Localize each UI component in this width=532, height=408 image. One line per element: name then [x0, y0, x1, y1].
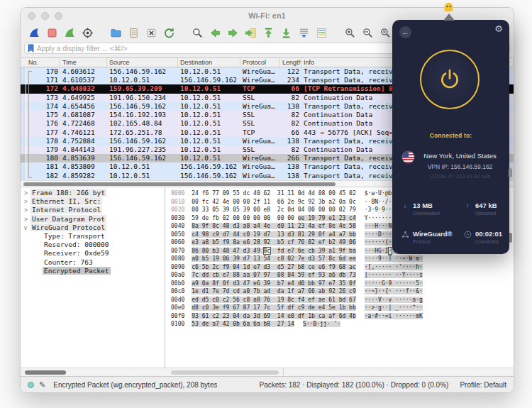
- stat-value: 00:02:01: [475, 230, 502, 238]
- tree-row[interactable]: >User Datagram Prot: [21, 215, 165, 224]
- packet-detail-tree: >Frame 180: 266 byt>Ethernet II, Src:>In…: [21, 187, 165, 368]
- go-to-packet-icon: [245, 27, 257, 39]
- minimap-segment: [21, 84, 26, 93]
- cell-proto: SSL: [240, 111, 280, 119]
- cell-proto: WireGua…: [240, 162, 280, 171]
- zoom-out-icon: [362, 27, 374, 39]
- hex-row-00c0[interactable]: 00c01e d1 7e 7d cd a0 7b ad da 1f a7 66 …: [165, 287, 514, 296]
- tree-row[interactable]: >Frame 180: 266 byt: [21, 189, 165, 197]
- reload-file-button[interactable]: [161, 26, 177, 40]
- auto-scroll-button[interactable]: [296, 26, 311, 40]
- pane-hscrollbar[interactable]: [21, 368, 514, 376]
- tree-row[interactable]: vWireGuard Protocol: [21, 224, 165, 232]
- find-packet-button[interactable]: [189, 26, 205, 40]
- zoom-reset-button[interactable]: [377, 26, 393, 40]
- restart-capture-button[interactable]: [62, 26, 77, 40]
- connection-stats: ↓13 MBDownloaded↑647 kBUploadedWireGuard…: [401, 202, 506, 244]
- cell-dst: 10.12.0.51: [178, 84, 240, 93]
- tree-row-selected[interactable]: Encrypted Packet: [21, 267, 165, 275]
- cell-src: 156.146.59.162: [107, 137, 178, 145]
- expert-info-icon[interactable]: [28, 382, 34, 388]
- cell-dst: 156.146.59.162: [178, 76, 240, 84]
- hex-row-0100[interactable]: 010053 de a7 42 0b 6a 6a b8 27 14S··B·jj…: [165, 320, 514, 329]
- colorize-button[interactable]: [314, 26, 329, 40]
- go-to-packet-button[interactable]: [243, 26, 258, 40]
- expand-arrow-icon[interactable]: >: [24, 215, 31, 224]
- tree-hscrollbar-thumb[interactable]: [25, 370, 66, 375]
- expand-arrow-icon[interactable]: >: [24, 189, 31, 197]
- go-first-button[interactable]: [260, 26, 276, 40]
- cell-src: 10.12.0.51: [107, 162, 178, 171]
- tree-row[interactable]: >Ethernet II, Src:: [21, 197, 165, 206]
- tree-row[interactable]: Receiver: 0xde59: [21, 249, 165, 258]
- cell-len: 122: [280, 67, 301, 76]
- open-file-button[interactable]: [108, 26, 123, 40]
- settings-gear-icon[interactable]: ⚙: [494, 24, 503, 34]
- capture-options-button[interactable]: [79, 26, 95, 40]
- cell-dst: 10.12.0.51: [178, 111, 240, 119]
- stat-text: 13 MBDownloaded: [413, 202, 440, 216]
- tree-row[interactable]: Counter: 763: [21, 258, 165, 267]
- cell-dst: 10.12.0.51: [178, 145, 240, 154]
- cell-dst: 10.12.0.51: [178, 119, 240, 128]
- hex-row-00e0[interactable]: 00e0d8 c0 3e f9 67 87 17 7c 5f df c9 de …: [165, 304, 514, 312]
- cell-len: 138: [280, 137, 301, 145]
- expand-arrow-icon[interactable]: >: [24, 206, 31, 214]
- go-back-button[interactable]: [207, 26, 223, 40]
- minimize-window-button[interactable]: [41, 12, 49, 20]
- tree-row[interactable]: Reserved: 000000: [21, 241, 165, 249]
- column-header-destination[interactable]: Destination: [178, 58, 240, 67]
- maximize-window-button[interactable]: [55, 12, 62, 20]
- stat-downloaded: ↓13 MBDownloaded: [401, 202, 463, 216]
- close-file-button[interactable]: [143, 26, 159, 40]
- status-profile[interactable]: Profile: Default: [460, 381, 506, 389]
- clock-icon: [463, 230, 472, 244]
- location-block: New York, United States VPN IP: 156.146.…: [415, 152, 505, 180]
- capture-comment-icon[interactable]: ✎: [39, 381, 45, 388]
- column-header-time[interactable]: Time: [60, 58, 107, 67]
- cyberghost-menubar-icon[interactable]: [443, 1, 455, 13]
- packet-list-hscrollbar-thumb[interactable]: [23, 182, 336, 186]
- packet-list-minimap-scrollbar[interactable]: [21, 67, 26, 180]
- start-capture-button[interactable]: [26, 26, 42, 40]
- expand-arrow-icon[interactable]: >: [24, 197, 31, 206]
- hex-row-00a0[interactable]: 00a07c dd cb e7 88 aa 07 97 08 84 59 ef …: [165, 271, 514, 280]
- zoom-reset-icon: [379, 27, 392, 39]
- column-header-no[interactable]: No.: [26, 58, 60, 67]
- go-forward-button[interactable]: [225, 26, 240, 40]
- hex-row-0090[interactable]: 0090c6 5b 2c f9 04 1d e7 d3 d5 27 b8 ce …: [165, 263, 514, 272]
- cell-len: 82: [280, 94, 301, 102]
- cell-len: 138: [280, 102, 301, 111]
- zoom-in-button[interactable]: [342, 26, 358, 40]
- bytes-hscrollbar-thumb[interactable]: [171, 370, 279, 375]
- close-window-button[interactable]: [28, 12, 35, 20]
- back-button[interactable]: ←: [399, 26, 411, 38]
- capture-options-icon: [82, 27, 94, 39]
- power-button[interactable]: [420, 50, 480, 109]
- tree-label: Encrypted Packet: [43, 267, 111, 275]
- collapse-arrow-icon[interactable]: v: [24, 224, 31, 232]
- upload-arrow-icon: ↑: [463, 202, 472, 216]
- hex-row-0080[interactable]: 0080a0 b5 19 06 39 d7 13 54 c8 02 7e d3 …: [165, 255, 514, 263]
- save-file-button[interactable]: [126, 26, 141, 40]
- auto-scroll-icon: [298, 27, 310, 39]
- column-header-length[interactable]: Length: [280, 58, 301, 67]
- go-last-button[interactable]: [278, 26, 294, 40]
- minimap-segment: [21, 119, 26, 128]
- zoom-out-button[interactable]: [360, 26, 375, 40]
- filter-bookmark-icon[interactable]: [28, 44, 34, 53]
- column-header-source[interactable]: Source: [107, 58, 178, 67]
- column-header-protocol[interactable]: Protocol: [240, 58, 280, 67]
- tree-row[interactable]: Type: Transport: [21, 232, 165, 241]
- hex-row-00b0[interactable]: 00b0a9 0a 8f 0f d3 47 e6 39 b7 e4 d0 bb …: [165, 280, 514, 288]
- tree-row[interactable]: >Internet Protocol: [21, 206, 165, 214]
- hex-row-00f0[interactable]: 00f093 61 c2 23 04 da 3d 69 14 e0 df 1b …: [165, 312, 514, 321]
- tree-label: Counter: 763: [43, 258, 94, 266]
- cell-dst: 10.12.0.51: [178, 102, 240, 111]
- hex-row-00d0[interactable]: 00d0ed d5 c0 c2 56 c8 a8 76 19 8c f4 ef …: [165, 296, 514, 304]
- stop-capture-button[interactable]: [44, 26, 60, 40]
- packet-list-vscrollbar-thumb[interactable]: [509, 168, 512, 177]
- cell-proto: WireGua…: [240, 67, 280, 76]
- cell-time: 4.746121: [60, 128, 107, 137]
- minimap-segment: [21, 67, 26, 76]
